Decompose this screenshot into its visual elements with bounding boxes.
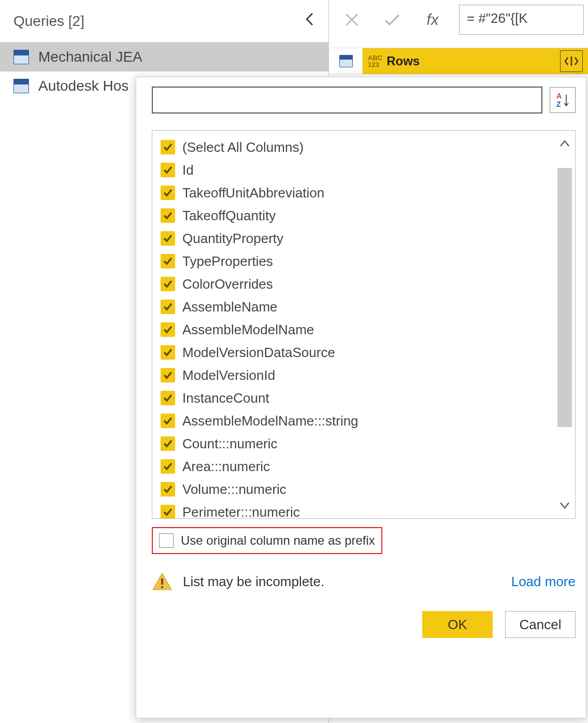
column-option[interactable]: InstanceCount: [159, 387, 552, 409]
table-icon: [339, 55, 353, 67]
checkbox-icon[interactable]: [161, 436, 175, 451]
checkbox-icon[interactable]: [161, 140, 175, 154]
column-option[interactable]: TypeProperties: [159, 250, 552, 273]
column-option-label: ModelVersionId: [182, 367, 275, 384]
svg-text:A: A: [556, 92, 562, 100]
column-option-label: InstanceCount: [182, 390, 269, 406]
column-option[interactable]: Perimeter:::numeric: [159, 501, 552, 518]
checkbox-icon[interactable]: [161, 391, 175, 405]
formula-bar[interactable]: = #"26"{[K: [459, 5, 584, 35]
column-option[interactable]: QuantityProperty: [159, 227, 552, 250]
use-prefix-label: Use original column name as prefix: [181, 533, 375, 548]
query-item-mechanical-jea[interactable]: Mechanical JEA: [0, 42, 328, 72]
expand-column-icon[interactable]: [560, 50, 583, 72]
column-option-label: TypeProperties: [182, 253, 273, 270]
checkbox-icon[interactable]: [161, 322, 175, 337]
column-option-label: ModelVersionDataSource: [182, 345, 335, 361]
checkbox-icon[interactable]: [161, 345, 175, 360]
fx-icon[interactable]: fx: [414, 3, 451, 36]
column-option-label: Volume:::numeric: [182, 481, 286, 498]
column-option-label: TakeoffUnitAbbreviation: [182, 185, 324, 201]
column-option[interactable]: Volume:::numeric: [159, 478, 552, 501]
queries-header: Queries [2]: [0, 0, 328, 42]
checkbox-icon[interactable]: [161, 277, 175, 291]
table-icon: [13, 79, 29, 93]
column-option-label: (Select All Columns): [182, 139, 304, 155]
expand-columns-popup: A Z (Select All Columns)IdTakeoffUnitAbb…: [136, 77, 586, 718]
scroll-down-icon[interactable]: [555, 494, 574, 516]
checkbox-icon[interactable]: [161, 368, 175, 382]
warning-icon: [152, 572, 173, 591]
checkbox-icon[interactable]: [161, 505, 175, 518]
checkbox-icon[interactable]: [161, 482, 175, 497]
queries-title: Queries [2]: [13, 13, 84, 30]
column-option[interactable]: ModelVersionDataSource: [159, 341, 552, 364]
checkbox-icon[interactable]: [161, 231, 175, 246]
table-icon: [13, 50, 29, 64]
checkbox-icon[interactable]: [161, 459, 175, 474]
column-option-label: AssembleModelName: [182, 322, 314, 338]
checkbox-icon[interactable]: [161, 186, 175, 200]
column-option-label: Count:::numeric: [182, 436, 278, 452]
search-input[interactable]: [152, 87, 542, 114]
cancel-button[interactable]: Cancel: [505, 611, 576, 638]
column-option[interactable]: ColorOverrides: [159, 273, 552, 295]
column-option-label: AssembleModelName:::string: [182, 413, 358, 429]
ok-button[interactable]: OK: [422, 611, 493, 638]
column-option[interactable]: (Select All Columns): [159, 136, 552, 159]
cancel-step-icon[interactable]: [334, 3, 370, 36]
use-prefix-row[interactable]: Use original column name as prefix: [152, 527, 382, 554]
column-header-rows[interactable]: ABC123 Rows: [363, 48, 588, 74]
row-index-header[interactable]: [329, 48, 363, 74]
checkbox-icon[interactable]: [161, 300, 175, 314]
columns-listbox: (Select All Columns)IdTakeoffUnitAbbrevi…: [152, 130, 576, 519]
query-label: Mechanical JEA: [38, 49, 142, 65]
column-option[interactable]: Count:::numeric: [159, 432, 552, 455]
scroll-thumb[interactable]: [557, 168, 572, 427]
column-option-label: Perimeter:::numeric: [182, 504, 300, 519]
checkbox-icon[interactable]: [161, 254, 175, 268]
checkbox-icon[interactable]: [161, 208, 175, 223]
column-option[interactable]: TakeoffQuantity: [159, 204, 552, 227]
column-option[interactable]: AssembleModelName:::string: [159, 409, 552, 432]
formula-bar-area: fx = #"26"{[K: [329, 0, 588, 42]
use-prefix-checkbox[interactable]: [159, 533, 174, 548]
warning-text: List may be incomplete.: [183, 574, 324, 590]
checkbox-icon[interactable]: [161, 163, 175, 177]
load-more-link[interactable]: Load more: [511, 574, 576, 590]
scrollbar[interactable]: [555, 133, 574, 516]
column-option[interactable]: TakeoffUnitAbbreviation: [159, 181, 552, 204]
formula-text: = #"26"{[K: [467, 10, 528, 26]
column-option[interactable]: AssembleModelName: [159, 318, 552, 341]
column-option[interactable]: AssembleName: [159, 295, 552, 318]
column-option-label: AssembleName: [182, 299, 278, 315]
column-option-label: Id: [182, 162, 194, 178]
column-option[interactable]: ModelVersionId: [159, 364, 552, 387]
column-option[interactable]: Id: [159, 159, 552, 181]
column-header-row: ABC123 Rows: [329, 48, 588, 75]
column-option-label: Area:::numeric: [182, 459, 270, 475]
column-option[interactable]: Area:::numeric: [159, 455, 552, 478]
column-option-label: ColorOverrides: [182, 276, 273, 292]
column-option-label: QuantityProperty: [182, 231, 283, 247]
abc123-type-icon: ABC123: [368, 54, 382, 68]
svg-rect-3: [161, 586, 163, 588]
query-label: Autodesk Hos: [38, 78, 128, 94]
svg-text:Z: Z: [556, 100, 561, 108]
column-header-label: Rows: [386, 54, 420, 68]
scroll-up-icon[interactable]: [555, 133, 574, 154]
commit-step-icon[interactable]: [374, 3, 410, 36]
sort-button[interactable]: A Z: [550, 87, 576, 113]
checkbox-icon[interactable]: [161, 414, 175, 428]
column-option-label: TakeoffQuantity: [182, 208, 276, 224]
svg-rect-2: [161, 578, 163, 585]
collapse-panel-icon[interactable]: [305, 12, 315, 30]
